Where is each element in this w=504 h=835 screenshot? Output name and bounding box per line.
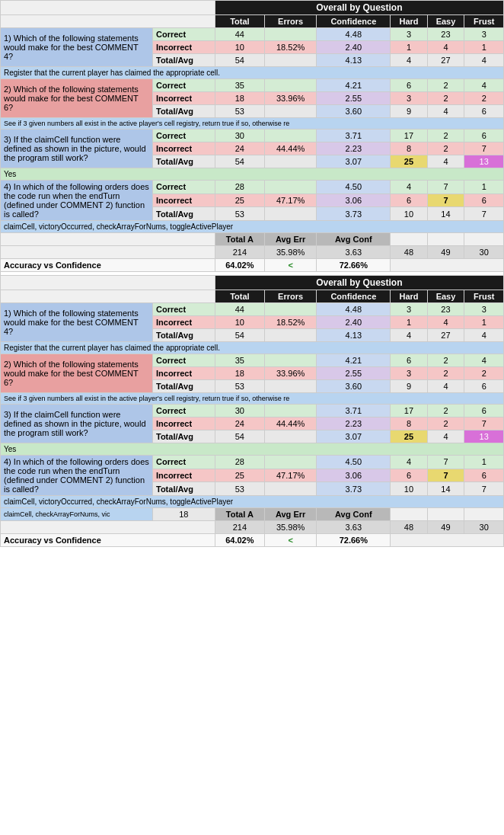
q1-incorrect-conf: 2.40	[317, 41, 391, 54]
q4-correct-easy: 7	[427, 181, 464, 194]
q1-incorrect-hard: 1	[391, 41, 427, 54]
s2-q1-correct-label: Correct	[153, 303, 215, 316]
s2-summary-vals-empty	[1, 521, 215, 534]
s2-q3-correct-hard: 17	[391, 405, 427, 418]
s2-q4-incorrect-frust: 6	[464, 469, 504, 482]
summary-frust: 30	[464, 246, 504, 259]
s2-q3-total-conf: 3.07	[317, 430, 391, 443]
q2-incorrect-errors: 33.96%	[265, 92, 317, 105]
q2-total-easy: 4	[427, 105, 464, 118]
q3-total-total: 54	[215, 155, 264, 168]
q1-total-errors	[265, 54, 317, 67]
q2-label: 2) Which of the following statements wou…	[1, 79, 153, 118]
q2-total-errors	[265, 105, 317, 118]
s2-q2-correct-easy: 2	[427, 354, 464, 367]
s2-q1-total-conf: 4.13	[317, 329, 391, 342]
summary-total-a-label: Total A	[215, 233, 264, 246]
summary-avg-conf-label: Avg Conf	[317, 233, 391, 246]
empty-header-1	[1, 1, 215, 15]
s2-q3-correct-easy: 2	[427, 405, 464, 418]
s2-q1-correct-conf: 4.48	[317, 303, 391, 316]
q3-total-errors	[265, 155, 317, 168]
q1-correct-hard: 3	[391, 28, 427, 41]
accuracy-symbol-2: <	[265, 534, 317, 547]
s2-q2-total-conf: 3.60	[317, 380, 391, 393]
q2-incorrect-conf: 2.55	[317, 92, 391, 105]
s2-summary-total: 214	[215, 521, 264, 534]
s2-q4-correct-hard: 4	[391, 456, 427, 469]
accuracy-label-1: Accuracy vs Confidence	[1, 259, 215, 272]
s2-q4-incorrect-conf: 3.06	[317, 469, 391, 482]
empty-subheader-2	[1, 290, 215, 303]
q4-correct-frust: 1	[464, 181, 504, 194]
s2-summary-easy-empty	[427, 508, 464, 521]
s2-summary-avg-err: 35.98%	[265, 521, 317, 534]
s2-extra-label: claimCell, checkArrayForNums, vic	[1, 508, 153, 521]
s2-summary-frust-empty	[464, 508, 504, 521]
q2-correct-frust: 4	[464, 79, 504, 92]
q4-correct-conf: 4.50	[317, 181, 391, 194]
q4-incorrect-frust: 6	[464, 194, 504, 207]
s2-q2-incorrect-conf: 2.55	[317, 367, 391, 380]
s2-q4-total-hard: 10	[391, 482, 427, 496]
q3-label: 3) If the claimCell function were define…	[1, 130, 153, 168]
s2-q3-answer: Yes	[1, 443, 504, 456]
s2-q1-correct-hard: 3	[391, 303, 427, 316]
q1-correct-total: 44	[215, 28, 264, 41]
col-header-hard: Hard	[391, 15, 427, 28]
s2-q1-incorrect-frust: 1	[464, 316, 504, 329]
q4-correct-label: Correct	[153, 181, 215, 194]
s2-q3-correct-conf: 3.71	[317, 405, 391, 418]
empty-subheader	[1, 15, 215, 28]
col-header-confidence: Confidence	[317, 15, 391, 28]
s2-q1-incorrect-easy: 4	[427, 316, 464, 329]
s2-q4-correct-total: 28	[215, 456, 264, 469]
q2-correct-easy: 2	[427, 79, 464, 92]
q3-correct-hard: 17	[391, 130, 427, 142]
section2-header: Overall by Question	[215, 276, 503, 290]
q3-total-easy: 4	[427, 155, 464, 168]
s2-q3-total-hard: 25	[391, 430, 427, 443]
q4-correct-total: 28	[215, 181, 264, 194]
q2-total-total: 53	[215, 105, 264, 118]
col-header-confidence-2: Confidence	[317, 290, 391, 303]
q2-total-conf: 3.60	[317, 105, 391, 118]
s2-summary-avg-conf: 3.63	[317, 521, 391, 534]
q4-incorrect-errors: 47.17%	[265, 194, 317, 207]
s2-q1-total-hard: 4	[391, 329, 427, 342]
s2-q2-total-total: 53	[215, 380, 264, 393]
q4-answer: claimCell, victoryOccurred, checkArrayFo…	[1, 221, 504, 233]
q2-correct-conf: 4.21	[317, 79, 391, 92]
accuracy-empty-1	[391, 259, 504, 272]
s2-q1-total-easy: 27	[427, 329, 464, 342]
s2-q2-total-hard: 9	[391, 380, 427, 393]
col-header-total: Total	[215, 15, 264, 28]
q2-correct-total: 35	[215, 79, 264, 92]
accuracy-conf-2: 72.66%	[317, 534, 391, 547]
s2-q1-total-label: Total/Avg	[153, 329, 215, 342]
s2-q1-incorrect-label: Incorrect	[153, 316, 215, 329]
s2-summary-easy: 49	[427, 521, 464, 534]
s2-q2-correct-errors	[265, 354, 317, 367]
q3-incorrect-total: 24	[215, 142, 264, 155]
main-table: Overall by Question Total Errors Confide…	[0, 0, 504, 547]
q3-total-hard: 25	[391, 155, 427, 168]
q3-correct-frust: 6	[464, 130, 504, 142]
s2-q2-incorrect-easy: 2	[427, 367, 464, 380]
accuracy-conf-1: 72.66%	[317, 259, 391, 272]
q2-correct-errors	[265, 79, 317, 92]
s2-q3-correct-frust: 6	[464, 405, 504, 418]
s2-summary-avg-err-label: Avg Err	[265, 508, 317, 521]
q4-total-label: Total/Avg	[153, 207, 215, 221]
q1-total-label: Total/Avg	[153, 54, 215, 67]
s2-summary-avg-conf-label: Avg Conf	[317, 508, 391, 521]
q3-correct-conf: 3.71	[317, 130, 391, 142]
q2-correct-hard: 6	[391, 79, 427, 92]
q4-correct-errors	[265, 181, 317, 194]
col-header-easy: Easy	[427, 15, 464, 28]
col-header-total-2: Total	[215, 290, 264, 303]
q1-incorrect-errors: 18.52%	[265, 41, 317, 54]
summary-easy: 49	[427, 246, 464, 259]
section1-header: Overall by Question	[215, 1, 503, 15]
s2-q3-incorrect-errors: 44.44%	[265, 418, 317, 430]
